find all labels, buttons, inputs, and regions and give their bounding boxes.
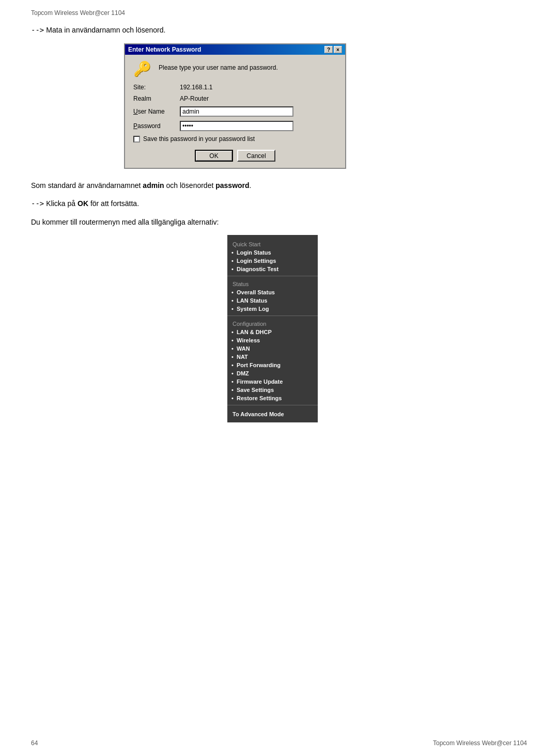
footer-product-name: Topcom Wireless Webr@cer 1104: [433, 739, 527, 747]
titlebar-buttons: ? ×: [324, 46, 342, 53]
menu-item-wan[interactable]: WAN: [227, 344, 318, 353]
save-password-checkbox[interactable]: [133, 136, 140, 143]
password-input[interactable]: [180, 121, 293, 131]
paragraph-middle: och lösenordet: [164, 181, 216, 190]
page-header: Topcom Wireless Webr@cer 1104: [31, 9, 125, 17]
divider-1: [227, 276, 318, 276]
cancel-button[interactable]: Cancel: [237, 150, 275, 162]
menu-item-lan-status[interactable]: LAN Status: [227, 296, 318, 305]
dialog-body: 🔑 Please type your user name and passwor…: [125, 55, 345, 168]
page-footer-right: Topcom Wireless Webr@cer 1104: [433, 739, 527, 747]
password-label-text: Password: [133, 122, 161, 130]
menu-item-overall-status[interactable]: Overall Status: [227, 288, 318, 296]
instruction-2-text: Klicka på OK för att fortsätta.: [46, 199, 139, 208]
password-row: Password: [133, 121, 337, 131]
menu-item-restore-settings[interactable]: Restore Settings: [227, 394, 318, 402]
status-title: Status: [227, 279, 318, 288]
menu-item-save-settings[interactable]: Save Settings: [227, 386, 318, 394]
divider-2: [227, 316, 318, 316]
menu-item-login-status-label: Login Status: [237, 249, 271, 256]
divider-3: [227, 405, 318, 405]
site-value: 192.168.1.1: [180, 84, 212, 91]
menu-item-lan-dhcp[interactable]: LAN & DHCP: [227, 328, 318, 336]
save-password-label: Save this password in your password list: [143, 135, 255, 143]
menu-footer-advanced[interactable]: To Advanced Mode: [227, 408, 318, 418]
menu-intro: Du kommer till routermenyn med alla till…: [31, 217, 527, 228]
menu-item-login-settings-label: Login Settings: [237, 258, 276, 264]
menu-item-save-settings-label: Save Settings: [237, 387, 274, 393]
network-password-dialog: Enter Network Password ? × 🔑 Please type…: [124, 43, 346, 169]
instruction-2: --> Klicka på OK för att fortsätta.: [31, 199, 527, 208]
menu-item-lan-status-label: LAN Status: [237, 297, 267, 304]
dialog-titlebar: Enter Network Password ? ×: [125, 44, 345, 55]
save-password-row: Save this password in your password list: [133, 135, 337, 143]
menu-item-lan-dhcp-label: LAN & DHCP: [237, 329, 272, 335]
ok-button[interactable]: OK: [195, 150, 233, 162]
menu-item-dmz[interactable]: DMZ: [227, 369, 318, 377]
quick-start-title: Quick Start: [227, 239, 318, 248]
menu-item-wan-label: WAN: [237, 345, 250, 352]
close-button[interactable]: ×: [334, 46, 342, 53]
menu-item-firmware-update[interactable]: Firmware Update: [227, 377, 318, 386]
dialog-buttons: OK Cancel: [133, 150, 337, 162]
menu-item-login-settings[interactable]: Login Settings: [227, 257, 318, 265]
realm-value: AP-Router: [180, 95, 209, 102]
password-label: Password: [133, 122, 180, 130]
header-text: Topcom Wireless Webr@cer 1104: [31, 9, 125, 17]
menu-item-diagnostic-test-label: Diagnostic Test: [237, 266, 278, 272]
footer-page-number: 64: [31, 739, 38, 747]
menu-item-wireless[interactable]: Wireless: [227, 336, 318, 344]
menu-item-port-forwarding[interactable]: Port Forwarding: [227, 361, 318, 369]
menu-item-firmware-update-label: Firmware Update: [237, 379, 283, 385]
site-label: Site:: [133, 84, 180, 91]
username-label: User Name: [133, 108, 180, 115]
router-menu: Quick Start Login Status Login Settings …: [227, 235, 318, 422]
config-title: Configuration: [227, 319, 318, 328]
realm-label: Realm: [133, 95, 180, 102]
dialog-prompt: Please type your user name and password.: [159, 62, 278, 71]
paragraph-prefix: Som standard är användarnamnet: [31, 181, 143, 190]
site-row: Site: 192.168.1.1: [133, 84, 337, 91]
menu-item-dmz-label: DMZ: [237, 370, 249, 376]
menu-footer-label: To Advanced Mode: [233, 411, 284, 417]
page-footer-left: 64: [31, 739, 38, 747]
dialog-top-row: 🔑 Please type your user name and passwor…: [133, 62, 337, 76]
instruction-1: --> Mata in användarnamn och lösenord.: [31, 26, 527, 34]
menu-item-login-status[interactable]: Login Status: [227, 248, 318, 257]
username-label-text: User Name: [133, 108, 165, 115]
menu-item-wireless-label: Wireless: [237, 337, 260, 343]
menu-item-port-forwarding-label: Port Forwarding: [237, 362, 281, 368]
help-button[interactable]: ?: [324, 46, 333, 53]
menu-item-system-log[interactable]: System Log: [227, 305, 318, 313]
password-bold: password: [215, 181, 249, 190]
dialog-title: Enter Network Password: [128, 46, 201, 53]
username-input[interactable]: [180, 106, 293, 117]
content-area: --> Mata in användarnamn och lösenord. E…: [31, 26, 527, 422]
menu-item-nat-label: NAT: [237, 354, 248, 360]
arrow-2: -->: [31, 199, 44, 208]
paragraph: Som standard är användarnamnet admin och…: [31, 180, 527, 191]
instruction-1-text: Mata in användarnamn och lösenord.: [46, 26, 165, 34]
realm-row: Realm AP-Router: [133, 95, 337, 102]
arrow-1: -->: [31, 26, 44, 34]
menu-item-nat[interactable]: NAT: [227, 353, 318, 361]
menu-item-system-log-label: System Log: [237, 306, 269, 312]
username-row: User Name: [133, 106, 337, 117]
menu-item-diagnostic-test[interactable]: Diagnostic Test: [227, 265, 318, 273]
username-bold: admin: [143, 181, 164, 190]
key-icon: 🔑: [133, 62, 151, 76]
paragraph-suffix: .: [250, 181, 252, 190]
menu-item-restore-settings-label: Restore Settings: [237, 395, 282, 401]
menu-item-overall-status-label: Overall Status: [237, 289, 275, 295]
